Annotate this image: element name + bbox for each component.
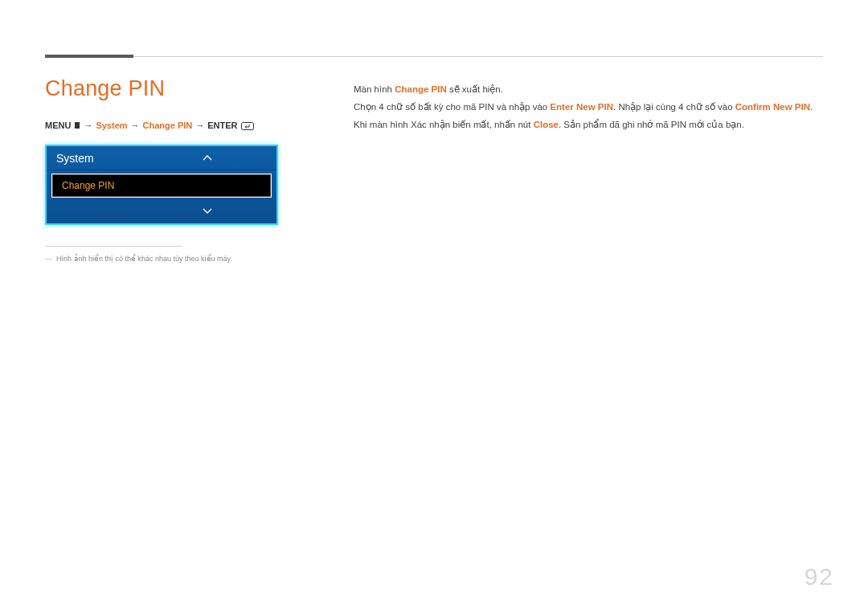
highlight-change-pin: Change PIN <box>395 84 447 94</box>
highlight-confirm-new-pin: Confirm New PIN <box>735 102 810 112</box>
enter-icon <box>241 121 254 130</box>
breadcrumb-change-pin: Change PIN <box>143 121 193 130</box>
text: . Nhập lại cùng 4 chữ số vào <box>613 102 735 112</box>
osd-title-text: System <box>56 152 94 165</box>
osd-item-change-pin[interactable]: Change PIN <box>51 174 272 198</box>
text: Màn hình <box>354 84 395 94</box>
svg-rect-0 <box>241 123 253 130</box>
text: . Sản phẩm đã ghi nhớ mã PIN mới của bạn… <box>559 120 744 129</box>
menu-icon <box>74 121 80 130</box>
osd-panel: System Change PIN <box>45 145 278 225</box>
footnote-text: Hình ảnh hiển thị có thể khác nhau tùy t… <box>56 254 232 265</box>
breadcrumb-system: System <box>96 121 127 130</box>
osd-title: System <box>47 146 276 170</box>
breadcrumb: MENU → System → Change PIN → ENTER <box>45 121 318 130</box>
left-column: Change PIN MENU → System → Change PIN → … <box>45 76 318 265</box>
footnote-divider <box>45 246 182 247</box>
header-accent <box>45 55 133 58</box>
header-divider <box>45 56 823 57</box>
text: Chọn 4 chữ số bất kỳ cho mã PIN và nhập … <box>354 102 550 112</box>
breadcrumb-menu: MENU <box>45 121 71 130</box>
page-number: 92 <box>805 563 834 591</box>
body-line-2: Chọn 4 chữ số bất kỳ cho mã PIN và nhập … <box>354 99 823 116</box>
text: sẽ xuất hiện. <box>447 84 503 94</box>
text: Khi màn hình Xác nhận biến mất, nhấn nút <box>354 120 534 129</box>
footnote: Hình ảnh hiển thị có thể khác nhau tùy t… <box>45 254 318 265</box>
highlight-enter-new-pin: Enter New PIN <box>550 102 613 112</box>
main-grid: Change PIN MENU → System → Change PIN → … <box>45 76 823 265</box>
breadcrumb-arrow: → <box>84 121 92 130</box>
chevron-up-icon <box>203 153 212 163</box>
page-container: Change PIN MENU → System → Change PIN → … <box>0 0 868 613</box>
highlight-close: Close <box>534 120 559 129</box>
body-line-3: Khi màn hình Xác nhận biến mất, nhấn nút… <box>354 116 823 134</box>
text: . <box>810 102 813 112</box>
breadcrumb-arrow: → <box>131 121 140 130</box>
breadcrumb-arrow: → <box>195 121 204 130</box>
page-title: Change PIN <box>45 76 318 101</box>
body-line-1: Màn hình Change PIN sẽ xuất hiện. <box>354 81 823 99</box>
right-column: Màn hình Change PIN sẽ xuất hiện. Chọn 4… <box>354 76 823 265</box>
breadcrumb-enter: ENTER <box>207 121 237 130</box>
chevron-down-icon <box>203 206 212 216</box>
osd-item-label: Change PIN <box>62 180 114 191</box>
